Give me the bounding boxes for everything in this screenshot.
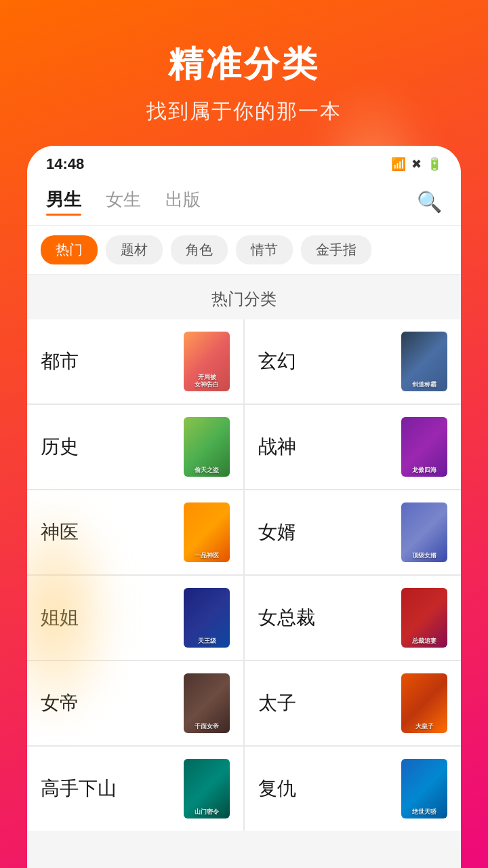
category-jiejie[interactable]: 姐姐 天王级 xyxy=(27,576,243,660)
status-icons: 📶 ✖ 🔋 xyxy=(391,157,442,172)
category-xuanhuan[interactable]: 玄幻 剑道称霸 xyxy=(245,319,461,403)
cover-text: 大皇子 xyxy=(401,723,447,730)
content-area: 热门分类 都市 开局被女神告白 玄幻 剑道称霸 历史 偷天之盗 xyxy=(27,275,461,868)
book-cover-fouchou: 绝世天骄 xyxy=(401,759,447,818)
main-tab-bar: 男生 女生 出版 🔍 xyxy=(27,180,461,226)
cover-text: 千面女帝 xyxy=(184,723,230,730)
category-label: 神医 xyxy=(41,519,176,545)
section-title: 热门分类 xyxy=(27,275,461,319)
cover-text: 绝世天骄 xyxy=(401,808,447,816)
banner-title: 精准分类 xyxy=(27,41,461,88)
category-fouchou[interactable]: 复仇 绝世天骄 xyxy=(245,747,461,831)
book-cover-dushi: 开局被女神告白 xyxy=(184,332,230,391)
book-cover-gaoshou: 山门密令 xyxy=(184,759,230,818)
phone-shell: 14:48 📶 ✖ 🔋 男生 女生 出版 🔍 热门 题材 角色 情节 金手指 热… xyxy=(27,146,461,868)
category-label: 高手下山 xyxy=(41,776,176,802)
cover-text: 顶级女婿 xyxy=(401,552,447,559)
tab-male[interactable]: 男生 xyxy=(46,188,81,216)
cover-text: 一品神医 xyxy=(184,552,230,559)
cover-text: 剑道称霸 xyxy=(401,381,447,389)
tab-publish[interactable]: 出版 xyxy=(165,188,201,216)
category-label: 女帝 xyxy=(41,690,176,716)
signal-icon: ✖ xyxy=(411,157,422,172)
category-nuxu[interactable]: 女婿 顶级女婿 xyxy=(245,490,461,574)
cover-text: 开局被女神告白 xyxy=(184,374,230,389)
book-cover-nvdi: 千面女帝 xyxy=(184,673,230,733)
category-nvzongcai[interactable]: 女总裁 总裁追妻 xyxy=(245,576,461,660)
status-time: 14:48 xyxy=(46,155,84,173)
category-shenyi[interactable]: 神医 一品神医 xyxy=(27,490,243,574)
book-cover-lishi: 偷天之盗 xyxy=(184,417,230,477)
filter-role[interactable]: 角色 xyxy=(171,235,228,264)
tab-female[interactable]: 女生 xyxy=(106,188,141,216)
cover-text: 天王级 xyxy=(184,637,230,645)
cover-text: 总裁追妻 xyxy=(401,637,447,645)
cover-text: 偷天之盗 xyxy=(184,467,230,474)
filter-bar: 热门 题材 角色 情节 金手指 xyxy=(27,226,461,275)
category-label: 太子 xyxy=(258,690,393,716)
category-zhanshen[interactable]: 战神 龙傲四海 xyxy=(245,405,461,489)
category-label: 姐姐 xyxy=(41,605,176,631)
banner-subtitle: 找到属于你的那一本 xyxy=(27,98,461,125)
cover-text: 山门密令 xyxy=(184,808,230,816)
book-cover-shenyi: 一品神医 xyxy=(184,502,230,562)
category-label: 女总裁 xyxy=(258,605,393,631)
filter-plot[interactable]: 情节 xyxy=(236,235,293,264)
search-button[interactable]: 🔍 xyxy=(417,190,442,214)
cover-text: 龙傲四海 xyxy=(401,467,447,474)
category-gaoshou[interactable]: 高手下山 山门密令 xyxy=(27,747,243,831)
category-taizi[interactable]: 太子 大皇子 xyxy=(245,661,461,745)
category-label: 战神 xyxy=(258,434,393,460)
category-label: 都市 xyxy=(41,349,176,374)
filter-hot[interactable]: 热门 xyxy=(41,235,98,264)
battery-icon: 🔋 xyxy=(427,157,442,172)
wifi-icon: 📶 xyxy=(391,157,406,172)
category-label: 历史 xyxy=(41,434,176,460)
category-label: 女婿 xyxy=(258,519,393,545)
book-cover-taizi: 大皇子 xyxy=(401,673,447,733)
filter-genre[interactable]: 题材 xyxy=(106,235,163,264)
book-cover-xuanhuan: 剑道称霸 xyxy=(401,332,447,391)
status-bar: 14:48 📶 ✖ 🔋 xyxy=(27,146,461,180)
category-label: 复仇 xyxy=(258,776,393,802)
book-cover-zhanshen: 龙傲四海 xyxy=(401,417,447,477)
top-banner: 精准分类 找到属于你的那一本 xyxy=(0,0,488,146)
category-grid: 都市 开局被女神告白 玄幻 剑道称霸 历史 偷天之盗 战神 xyxy=(27,319,461,831)
filter-cheat[interactable]: 金手指 xyxy=(301,235,371,264)
category-dushi[interactable]: 都市 开局被女神告白 xyxy=(27,319,243,403)
book-cover-nuxu: 顶级女婿 xyxy=(401,502,447,562)
category-nvdi[interactable]: 女帝 千面女帝 xyxy=(27,661,243,745)
book-cover-nvzongcai: 总裁追妻 xyxy=(401,588,447,648)
book-cover-jiejie: 天王级 xyxy=(184,588,230,648)
category-lishi[interactable]: 历史 偷天之盗 xyxy=(27,405,243,489)
category-label: 玄幻 xyxy=(258,349,393,374)
